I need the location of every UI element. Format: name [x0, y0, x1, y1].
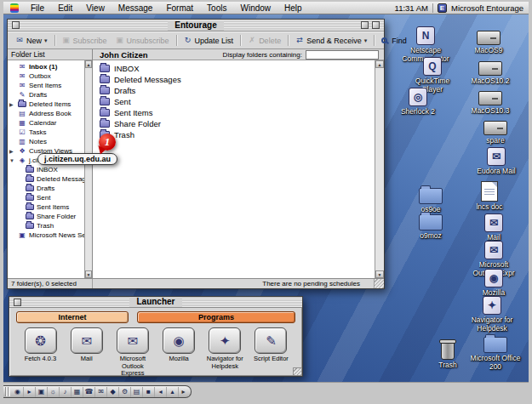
menu-item[interactable]: View	[79, 3, 112, 13]
menu-item[interactable]: Window	[233, 3, 277, 13]
scroll-up-arrow[interactable]: ▲	[85, 60, 92, 68]
subscribe-button[interactable]: ▣ Subscribe	[58, 35, 112, 47]
launcher-app-icon[interactable]: ✦	[209, 327, 241, 354]
close-box[interactable]	[14, 299, 21, 306]
send-receive-button[interactable]: ⇄ Send & Receive ▾	[291, 35, 371, 47]
desktop-icon-eudora-mail[interactable]: ✉ Eudora Mail	[469, 143, 523, 176]
sidebar-item-account-inbox[interactable]: INBOX	[8, 165, 84, 174]
launcher-item[interactable]: ✉ Microsoft Outlook Express	[110, 327, 155, 378]
menu-item[interactable]: Help	[277, 3, 309, 13]
zoom-box[interactable]	[361, 21, 369, 29]
sidebar-item-news-server[interactable]: ▣ Microsoft News Server	[8, 230, 84, 240]
sidebar-item-account-deleted-messages[interactable]: Deleted Messages	[8, 174, 84, 184]
sidebar-item-inbox[interactable]: ✉ Inbox (1)	[8, 62, 84, 71]
sidebar-item-calendar[interactable]: ▦ Calendar	[8, 118, 84, 128]
sidebar-item-account-trash[interactable]: Trash	[8, 221, 84, 230]
control-strip-module-icon[interactable]: ▤	[131, 387, 143, 397]
sidebar-item-sent-items[interactable]: ✉ Sent Items	[8, 81, 84, 90]
launcher-item[interactable]: ◉ Mozilla	[157, 327, 202, 378]
folder-row[interactable]: Deleted Messages	[93, 74, 375, 85]
control-strip-module-icon[interactable]: ◉	[12, 387, 24, 397]
update-list-button[interactable]: ↻ Update List	[180, 35, 238, 47]
control-strip-module-icon[interactable]: ♪	[60, 387, 72, 397]
control-strip-module-icon[interactable]: ✉	[95, 387, 107, 397]
control-strip-grip[interactable]	[5, 387, 10, 396]
control-strip[interactable]: ◉▸▣☼♪▦☎✉◆⚙▤■◂▴ ▸	[3, 385, 192, 398]
menu-item[interactable]: Tools	[200, 3, 233, 13]
sidebar-item-account-sent-items[interactable]: Sent Items	[8, 202, 84, 212]
desktop-icon-microsoft-office[interactable]: Microsoft Office 200	[468, 330, 523, 372]
collapse-box[interactable]	[372, 21, 380, 29]
resize-grip[interactable]	[374, 279, 384, 288]
disclosure-triangle-icon[interactable]: ▶	[9, 148, 14, 154]
control-strip-collapse-tab[interactable]: ▸	[179, 388, 188, 395]
menu-item[interactable]: File	[24, 3, 51, 13]
launcher-item[interactable]: ✉ Mail	[64, 327, 109, 378]
main-scrollbar[interactable]: ▲ ▼	[375, 60, 384, 278]
sidebar-item-address-book[interactable]: ▤ Address Book	[8, 109, 84, 118]
menu-item[interactable]: Edit	[51, 3, 79, 13]
desktop-icon-macos9[interactable]: MacOS9	[461, 22, 516, 55]
launcher-app-icon[interactable]: ◉	[163, 327, 195, 354]
apple-menu-icon[interactable]	[10, 3, 19, 13]
desktop-icon-sherlock-2[interactable]: ◎ Sherlock 2	[391, 83, 445, 117]
sidebar-item-notes[interactable]: ▥ Notes	[8, 137, 84, 146]
disclosure-triangle-icon[interactable]: ▶	[9, 101, 14, 107]
control-strip-module-icon[interactable]: ◂	[155, 387, 167, 397]
find-button[interactable]: Find	[377, 35, 411, 47]
folder-row[interactable]: Drafts	[93, 85, 375, 96]
folder-filter-input[interactable]	[306, 50, 379, 60]
desktop-icon-o9moz[interactable]: o9moz	[403, 208, 458, 241]
desktop-icon-trash[interactable]: Trash	[420, 337, 475, 370]
launcher-app-icon[interactable]: ✉	[71, 327, 103, 354]
desktop-icon-spare[interactable]: spare	[468, 112, 523, 145]
scroll-down-arrow[interactable]: ▼	[375, 270, 384, 278]
menu-item[interactable]: Message	[112, 3, 160, 13]
launcher-app-icon[interactable]: ✉	[117, 327, 149, 354]
sidebar-item-drafts[interactable]: ✎ Drafts	[8, 90, 84, 100]
folder-row[interactable]: INBOX	[93, 63, 375, 74]
launcher-app-icon[interactable]: ✎	[255, 327, 287, 354]
control-strip-module-icon[interactable]: ▸	[24, 387, 36, 397]
scroll-up-arrow[interactable]: ▲	[375, 60, 384, 68]
new-button[interactable]: ✉ New ▾	[11, 35, 52, 47]
desktop-icon-navigator-for-helpdesk[interactable]: ✦ Navigator for Helpdesk	[465, 292, 519, 333]
folder-row[interactable]: Sent Items	[93, 107, 375, 118]
folder-row[interactable]: Sent	[93, 96, 375, 107]
desktop-icon-macos10-2[interactable]: MacOS10.2	[463, 53, 518, 86]
launcher-item[interactable]: ✎ Script Editor	[249, 327, 294, 378]
launcher-title-bar[interactable]: Launcher	[9, 297, 302, 308]
folder-row[interactable]: Trash	[93, 129, 375, 140]
sidebar-item-account-sent[interactable]: Sent	[8, 193, 84, 202]
control-strip-module-icon[interactable]: ▦	[72, 387, 83, 397]
control-strip-module-icon[interactable]: ■	[143, 387, 155, 397]
sidebar-scrollbar[interactable]: ▲ ▼	[84, 60, 92, 278]
close-box[interactable]	[12, 21, 20, 29]
menu-item[interactable]: Format	[159, 3, 200, 13]
control-strip-module-icon[interactable]: ☼	[48, 387, 60, 397]
sidebar-item-outbox[interactable]: ✉ Outbox	[8, 71, 84, 81]
desktop-icon-lncs-doc[interactable]: lncs doc	[462, 179, 517, 212]
disclosure-triangle-icon[interactable]: ▼	[9, 158, 14, 163]
folder-row[interactable]: Share Folder	[93, 118, 375, 129]
launcher-tab-programs[interactable]: Programs	[137, 311, 295, 323]
launcher-item[interactable]: ✦ Navigator for Helpdesk	[203, 327, 248, 378]
launcher-tab-internet[interactable]: Internet	[16, 311, 129, 323]
sidebar-item-account-share-folder[interactable]: Share Folder	[8, 212, 84, 221]
menubar-clock[interactable]: 11:31 AM	[395, 3, 428, 13]
resize-grip[interactable]	[293, 367, 301, 375]
control-strip-module-icon[interactable]: ▴	[167, 387, 179, 397]
sidebar-item-tasks[interactable]: ☑ Tasks	[8, 128, 84, 137]
sidebar-item-deleted-items[interactable]: ▶ Deleted Items	[8, 100, 84, 109]
entourage-app-icon[interactable]: E	[438, 3, 447, 13]
launcher-item[interactable]: ❂ Fetch 4.0.3	[18, 327, 63, 378]
control-strip-module-icon[interactable]: ◆	[107, 387, 119, 397]
control-strip-module-icon[interactable]: ☎	[83, 387, 95, 397]
scroll-down-arrow[interactable]: ▼	[85, 270, 92, 278]
delete-button[interactable]: ✗ Delete	[243, 35, 285, 47]
control-strip-module-icon[interactable]: ⚙	[119, 387, 131, 397]
desktop-icon-macos10-3[interactable]: MacOS10.3	[463, 83, 518, 116]
sidebar-item-account-drafts[interactable]: Drafts	[8, 184, 84, 193]
launcher-app-icon[interactable]: ❂	[25, 327, 57, 354]
active-app-name[interactable]: Microsoft Entourage	[451, 3, 523, 13]
